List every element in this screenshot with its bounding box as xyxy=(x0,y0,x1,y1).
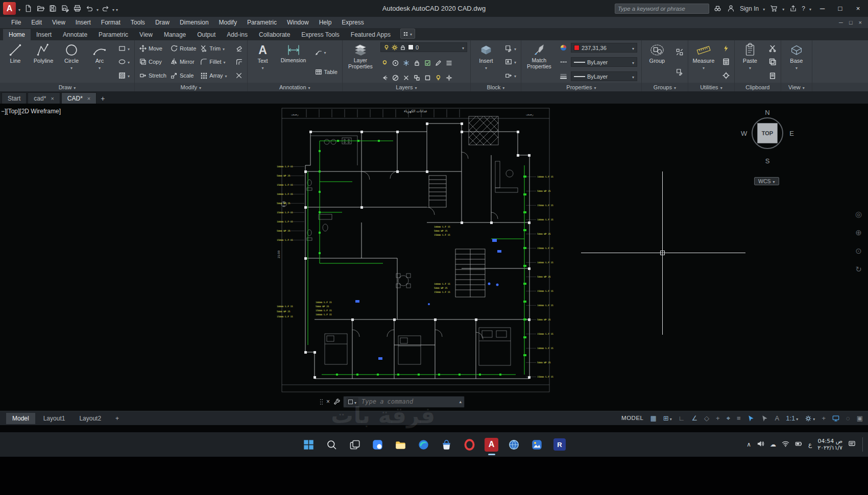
base-dropdown-icon[interactable] xyxy=(795,64,798,70)
tab-view[interactable]: View xyxy=(134,29,158,40)
grid-icon[interactable]: ▦ xyxy=(650,415,656,422)
command-close-icon[interactable]: × xyxy=(326,398,330,405)
quick-calc-icon[interactable] xyxy=(721,58,731,66)
insert-block-tool[interactable]: Insert xyxy=(473,42,499,82)
menu-format[interactable]: Format xyxy=(96,18,126,27)
open-file-icon[interactable] xyxy=(35,3,46,14)
command-grip-handle[interactable] xyxy=(320,399,323,405)
block-editor-icon[interactable] xyxy=(503,71,518,80)
menu-insert[interactable]: Insert xyxy=(70,18,96,27)
annotation-scale-button[interactable]: 1:1 xyxy=(786,415,798,422)
doc-close-icon[interactable]: × xyxy=(859,19,862,26)
file-tab-cad2[interactable]: CAD*× xyxy=(61,92,97,104)
layer-delete-icon[interactable] xyxy=(403,75,409,81)
menu-modify[interactable]: Modify xyxy=(214,18,242,27)
layout2-tab[interactable]: Layout2 xyxy=(73,413,107,424)
wcs-control[interactable]: WCS xyxy=(754,177,779,185)
workspace-gear-icon[interactable] xyxy=(805,415,815,422)
draw-panel-label[interactable]: Draw xyxy=(0,83,134,91)
app-store-cart-icon[interactable] xyxy=(769,4,778,13)
rotate-tool[interactable]: Rotate xyxy=(169,44,198,53)
autocad-taskbar-icon[interactable]: A xyxy=(485,438,498,452)
file-tab-start[interactable]: Start xyxy=(2,92,27,104)
notification-center-icon[interactable] xyxy=(848,440,856,449)
paste-dropdown-icon[interactable] xyxy=(749,64,751,70)
search-input[interactable] xyxy=(618,6,706,12)
block-panel-label[interactable]: Block xyxy=(471,83,521,91)
array-tool[interactable]: Array xyxy=(199,71,228,80)
offset-icon[interactable] xyxy=(234,58,244,66)
object-snap-icon[interactable]: ⌖ xyxy=(727,415,730,422)
menu-parametric[interactable]: Parametric xyxy=(242,18,282,27)
define-attribute-icon[interactable] xyxy=(503,58,518,66)
onedrive-cloud-icon[interactable]: ☁ xyxy=(770,441,776,448)
isolate-objects-icon[interactable]: ◌ xyxy=(846,415,850,422)
annotation-panel-label[interactable]: Annotation xyxy=(248,83,342,91)
utilities-panel-label[interactable]: Utilities xyxy=(688,83,734,91)
groups-panel-label[interactable]: Groups xyxy=(642,83,688,91)
plot-icon[interactable] xyxy=(72,3,83,14)
properties-panel-label[interactable]: Properties xyxy=(521,83,641,91)
color-wheel-icon[interactable] xyxy=(560,44,567,51)
quick-select-icon[interactable] xyxy=(721,44,731,53)
viewcube-top-face[interactable]: TOP xyxy=(757,123,778,143)
help-icon[interactable]: ? xyxy=(802,5,805,12)
circle-dropdown-icon[interactable] xyxy=(70,64,73,70)
sign-in-button[interactable]: Sign In xyxy=(740,5,759,12)
store-icon[interactable] xyxy=(439,437,454,452)
widgets-icon[interactable] xyxy=(370,437,385,452)
help-dropdown-icon[interactable] xyxy=(809,5,811,12)
layers-panel-label[interactable]: Layers xyxy=(343,83,470,91)
ribbon-options-button[interactable] xyxy=(400,29,415,39)
viewport-controls-label[interactable]: −][Top][2D Wireframe] xyxy=(1,108,61,115)
menu-window[interactable]: Window xyxy=(282,18,314,27)
rectangle-tool-icon[interactable] xyxy=(117,44,131,53)
close-tab-icon[interactable]: × xyxy=(87,95,90,102)
tab-collaborate[interactable]: Collaborate xyxy=(253,29,296,40)
base-view-tool[interactable]: Base xyxy=(783,42,810,82)
ellipse-tool-icon[interactable] xyxy=(117,58,131,66)
hatch-tool-icon[interactable] xyxy=(117,71,131,80)
text-tool[interactable]: AText xyxy=(250,42,276,82)
linetype-dropdown[interactable]: ByLayer xyxy=(571,57,637,67)
paste-special-icon[interactable] xyxy=(767,71,778,80)
table-tool[interactable]: Table xyxy=(314,68,339,76)
text-dropdown-icon[interactable] xyxy=(262,64,264,70)
object-snap-tracking-icon[interactable]: + xyxy=(716,415,720,422)
tab-insert[interactable]: Insert xyxy=(31,29,57,40)
tab-manage[interactable]: Manage xyxy=(158,29,191,40)
window-close-button[interactable]: × xyxy=(851,3,865,15)
menu-edit[interactable]: Edit xyxy=(26,18,47,27)
taskbar-clock[interactable]: 04:54 ص ٢٠٢٢/١١/٧ xyxy=(817,438,842,451)
insert-dropdown-icon[interactable] xyxy=(485,64,487,70)
menu-file[interactable]: File xyxy=(6,18,26,27)
menu-tools[interactable]: Tools xyxy=(126,18,150,27)
model-space-button[interactable]: MODEL xyxy=(621,415,643,422)
cut-icon[interactable] xyxy=(767,44,778,53)
viewcube-north[interactable]: N xyxy=(765,109,769,116)
search-binoculars-icon[interactable] xyxy=(713,4,722,13)
polar-tracking-icon[interactable]: ∠ xyxy=(691,415,697,422)
match-properties-button[interactable]: Match Properties xyxy=(523,42,555,82)
share-icon[interactable] xyxy=(788,4,798,13)
menu-express[interactable]: Express xyxy=(336,18,369,27)
move-tool[interactable]: Move xyxy=(138,44,168,53)
opera-browser-icon[interactable] xyxy=(462,437,477,452)
redo-icon[interactable] xyxy=(100,3,111,14)
erase-icon[interactable] xyxy=(234,44,244,53)
stretch-tool[interactable]: Stretch xyxy=(138,71,168,80)
isometric-drafting-icon[interactable]: ◇ xyxy=(704,415,709,422)
paste-tool[interactable]: Paste xyxy=(737,42,763,82)
tab-add-ins[interactable]: Add-ins xyxy=(221,29,253,40)
layer-match-icon[interactable] xyxy=(435,60,442,66)
user-icon[interactable] xyxy=(727,4,736,13)
annotation-visibility-icon[interactable]: A xyxy=(775,415,780,422)
menu-help[interactable]: Help xyxy=(314,18,337,27)
viewcube-west[interactable]: W xyxy=(741,130,747,137)
selection-cycling-icon[interactable] xyxy=(748,415,755,422)
globe-browser-icon[interactable] xyxy=(506,437,521,452)
layer-dropdown[interactable]: 0 xyxy=(380,42,467,52)
snap-icon[interactable]: ⊞ xyxy=(663,415,672,422)
menu-view[interactable]: View xyxy=(47,18,70,27)
file-explorer-icon[interactable] xyxy=(393,437,408,452)
